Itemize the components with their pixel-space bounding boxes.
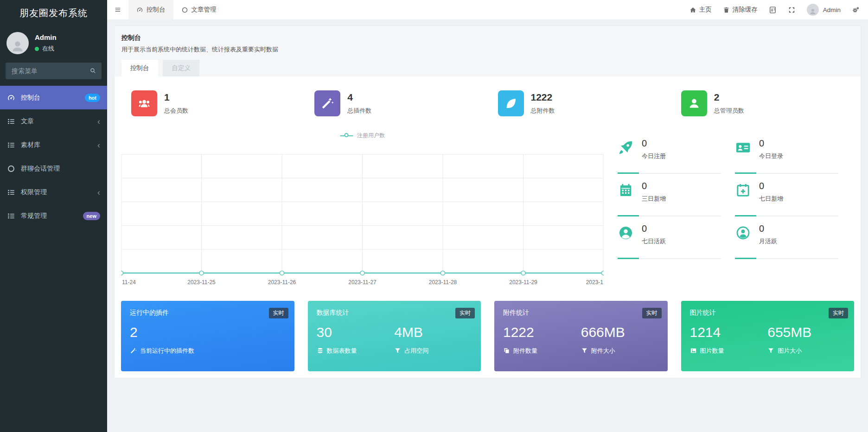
- mini-stat-label: 三日新增: [642, 195, 666, 203]
- topbar-tab-articles[interactable]: 文章管理: [173, 0, 224, 19]
- badge: hot: [85, 94, 100, 102]
- svg-text:2023-11-29: 2023-11-29: [509, 279, 537, 286]
- avatar: [6, 32, 29, 54]
- stat-value: 1222: [531, 92, 555, 103]
- topbar-tab-dashboard[interactable]: 控制台: [128, 0, 173, 19]
- chart-canvas: 11-242023-11-252023-11-262023-11-272023-…: [121, 131, 604, 294]
- metric-label: 图片数量: [700, 347, 724, 355]
- page-description: 用于展示当前系统中的统计数据、统计报表及重要实时数据: [121, 45, 854, 54]
- user-icon: [687, 96, 701, 110]
- metric-label: 当前运行中的插件数: [140, 347, 194, 355]
- card-title: 运行中的插件: [130, 309, 286, 317]
- card-metric: 2 当前运行中的插件数: [130, 324, 208, 355]
- summary-card-database-stats: 数据库统计 实时 30 数据表数量 4MB 占用空间: [308, 301, 481, 371]
- metric-label-row: 附件大小: [581, 347, 659, 355]
- svg-text:2023-11-28: 2023-11-28: [429, 279, 457, 286]
- user-menu[interactable]: Admin: [807, 4, 841, 16]
- metric-value: 1214: [690, 324, 768, 341]
- sidebar-item-general[interactable]: 常规管理 new: [0, 204, 107, 228]
- card-metric: 1222 附件数量: [503, 324, 581, 355]
- magic-icon: [320, 96, 334, 110]
- sidebar: 朋友圈发布系统 Admin 在线 控制台 hot 文章 ‹ 素材库: [0, 0, 107, 432]
- stat-label: 总会员数: [164, 107, 188, 115]
- dashboard-panel: 控制台 用于展示当前系统中的统计数据、统计报表及重要实时数据 控制台 自定义 1…: [114, 25, 861, 378]
- metric-value: 2: [130, 324, 208, 341]
- mini-stat-label: 今日注册: [642, 152, 666, 160]
- docs-icon[interactable]: [769, 6, 777, 14]
- trash-icon: [723, 6, 730, 13]
- circle-icon: [7, 165, 15, 173]
- sidebar-item-group-chat[interactable]: 群聊会话管理: [0, 157, 107, 180]
- calendar-icon: [618, 182, 634, 198]
- tab-console[interactable]: 控制台: [121, 60, 158, 76]
- circle-icon: [181, 6, 188, 13]
- sidebar-item-label: 素材库: [21, 141, 40, 149]
- sidebar-item-label: 权限管理: [21, 188, 47, 197]
- users-icon: [137, 96, 151, 110]
- search-icon[interactable]: [89, 67, 96, 74]
- mini-stat: 0 七日新增: [735, 174, 838, 216]
- metric-value: 30: [317, 324, 395, 341]
- search-input[interactable]: [6, 63, 102, 79]
- user-icon: [10, 38, 26, 54]
- sidebar-search: [6, 63, 102, 79]
- stat-value: 1: [164, 92, 188, 103]
- user-menu-label: Admin: [823, 6, 841, 13]
- content: 控制台 用于展示当前系统中的统计数据、统计报表及重要实时数据 控制台 自定义 1…: [107, 19, 868, 432]
- metric-value: 666MB: [581, 324, 659, 341]
- stat-label: 总插件数: [347, 107, 371, 115]
- filter-icon: [394, 347, 401, 354]
- sidebar-menu: 控制台 hot 文章 ‹ 素材库 ‹ 群聊会话管理 权限管理 ‹ 常规管理 ne…: [0, 86, 107, 228]
- realtime-badge: 实时: [829, 308, 848, 318]
- expand-icon[interactable]: [788, 6, 796, 14]
- sidebar-item-permissions[interactable]: 权限管理 ‹: [0, 180, 107, 204]
- stat-icon-box: [131, 90, 157, 116]
- stat-block: 2 总管理员数: [671, 90, 854, 116]
- home-link[interactable]: 主页: [689, 6, 712, 14]
- metric-label-row: 占用空间: [394, 347, 472, 355]
- svg-text:2023-11-26: 2023-11-26: [268, 279, 296, 286]
- user-status: 在线: [35, 44, 57, 53]
- metric-label-row: 图片数量: [690, 347, 768, 355]
- user-status-label: 在线: [42, 44, 54, 53]
- stats-row: 1 总会员数 4 总插件数 1222 总附件数 2 总管理员数: [121, 83, 854, 119]
- clear-cache-link[interactable]: 清除缓存: [723, 6, 758, 14]
- card-title: 数据库统计: [317, 309, 472, 317]
- online-dot: [35, 47, 39, 51]
- stat-block: 4 总插件数: [304, 90, 487, 116]
- mini-stat: 0 今日登录: [735, 131, 838, 174]
- mini-stat: 0 七日活跃: [618, 216, 721, 259]
- mini-stat-label: 今日登录: [759, 152, 783, 160]
- summary-card-running-plugins: 运行中的插件 实时 2 当前运行中的插件数: [121, 301, 294, 371]
- chart-legend[interactable]: 注册用户数: [340, 132, 385, 140]
- sidebar-item-articles[interactable]: 文章 ‹: [0, 109, 107, 133]
- svg-text:2023-11-27: 2023-11-27: [348, 279, 377, 286]
- card-metric: 666MB 附件大小: [581, 324, 659, 355]
- home-label: 主页: [699, 6, 712, 14]
- hamburger-icon[interactable]: [107, 0, 128, 19]
- app-title: 朋友圈发布系统: [0, 0, 107, 26]
- legend-line-marker: [340, 135, 353, 136]
- gauge-icon: [136, 6, 143, 13]
- summary-card-image-stats: 图片统计 实时 1214 图片数量 655MB 图片大小: [681, 301, 855, 371]
- realtime-badge: 实时: [269, 308, 288, 318]
- card-metric: 1214 图片数量: [690, 324, 768, 355]
- mini-stat-label: 七日新增: [759, 195, 783, 203]
- cogs-icon[interactable]: [852, 6, 860, 14]
- mini-stat: 0 今日注册: [618, 131, 721, 174]
- sidebar-item-materials[interactable]: 素材库 ‹: [0, 133, 107, 157]
- metric-value: 4MB: [394, 324, 472, 341]
- image-icon: [690, 347, 697, 354]
- card-metrics: 30 数据表数量 4MB 占用空间: [317, 324, 472, 355]
- sidebar-item-dashboard[interactable]: 控制台 hot: [0, 86, 107, 109]
- tab-custom[interactable]: 自定义: [163, 60, 199, 76]
- mini-stat: 0 三日新增: [618, 174, 721, 216]
- list-icon: [7, 188, 15, 197]
- gauge-icon: [7, 94, 15, 102]
- mini-stat-label: 月活跃: [759, 237, 777, 246]
- calendar-plus-icon: [735, 182, 751, 198]
- mini-stat-value: 0: [642, 138, 666, 149]
- svg-text:11-24: 11-24: [122, 279, 136, 286]
- main-area: 控制台 文章管理 主页 清除缓存 Admin: [107, 0, 868, 432]
- metric-label: 附件大小: [591, 347, 615, 355]
